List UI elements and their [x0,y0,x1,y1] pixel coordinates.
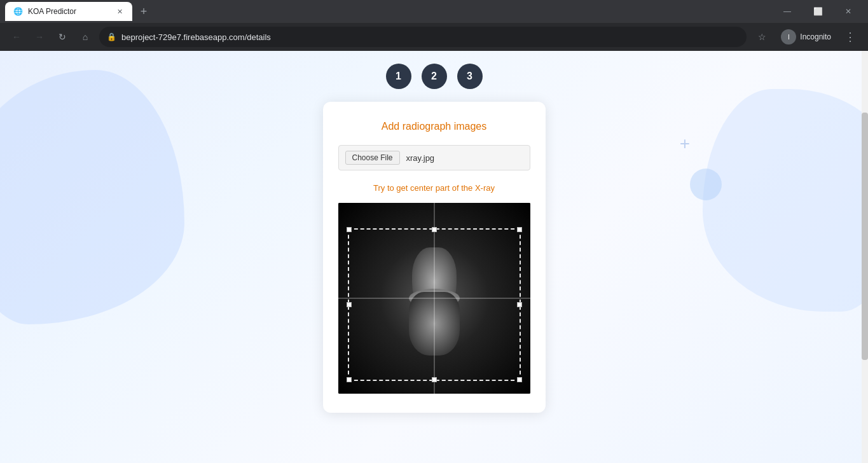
file-name-label: xray.jpg [406,153,435,163]
step-1[interactable]: 1 [386,64,411,89]
minimize-button[interactable]: — [773,0,802,23]
star-button[interactable]: ☆ [752,27,772,47]
crop-selection-box[interactable] [348,228,521,381]
forward-button[interactable]: → [31,28,48,46]
profile-label: Incognito [800,32,831,41]
handle-top-left[interactable] [347,227,352,232]
xray-container [338,203,530,394]
url-text: beproject-729e7.firebaseapp.com/details [121,32,271,42]
lock-icon: 🔒 [107,32,116,41]
avatar: I [781,29,796,45]
handle-middle-left[interactable] [347,302,352,307]
handle-bottom-right[interactable] [517,377,522,382]
xray-image [338,203,530,394]
handle-top-right[interactable] [517,227,522,232]
url-bar[interactable]: 🔒 beproject-729e7.firebaseapp.com/detail… [99,27,747,47]
background-plus-decoration: + [680,134,690,154]
browser-chrome: 🌐 KOA Predictor ✕ + — ⬜ ✕ ← → ↻ ⌂ 🔒 bepr… [0,0,868,51]
tab-favicon: 🌐 [13,6,23,17]
home-button[interactable]: ⌂ [76,28,94,46]
section-title: Add radiograph images [338,121,530,132]
tab-close-button[interactable]: ✕ [114,6,125,17]
maximize-button[interactable]: ⬜ [803,0,832,23]
background-blob-right [703,89,868,312]
tab-title: KOA Predictor [28,7,109,16]
menu-button[interactable]: ⋮ [840,27,860,47]
file-input-container: Choose File xray.jpg [338,145,530,170]
window-controls: — ⬜ ✕ [773,0,863,23]
page-content: + 1 2 3 Add radiograph images Choose Fil… [0,51,868,463]
step-2[interactable]: 2 [422,64,447,89]
close-window-button[interactable]: ✕ [834,0,863,23]
toolbar-right: ☆ I Incognito ⋮ [752,27,860,47]
scrollbar-thumb[interactable] [862,113,868,360]
background-circle-decoration [690,169,722,200]
refresh-button[interactable]: ↻ [53,28,71,46]
tab-bar: 🌐 KOA Predictor ✕ + — ⬜ ✕ [0,0,868,23]
address-bar: ← → ↻ ⌂ 🔒 beproject-729e7.firebaseapp.co… [0,23,868,51]
hint-text: Try to get center part of the X-ray [338,183,530,193]
choose-file-button[interactable]: Choose File [345,151,400,165]
handle-bottom-middle[interactable] [432,377,437,382]
handle-bottom-left[interactable] [347,377,352,382]
new-tab-button[interactable]: + [135,3,153,20]
profile-button[interactable]: I Incognito [775,27,837,47]
main-card: Add radiograph images Choose File xray.j… [323,102,546,413]
page-scrollbar[interactable] [862,51,868,463]
step-indicators: 1 2 3 [386,64,483,89]
handle-top-middle[interactable] [432,227,437,232]
active-tab[interactable]: 🌐 KOA Predictor ✕ [5,2,132,21]
handle-middle-right[interactable] [517,302,522,307]
back-button[interactable]: ← [8,28,25,46]
step-3[interactable]: 3 [457,64,483,89]
background-blob-left [0,70,184,324]
